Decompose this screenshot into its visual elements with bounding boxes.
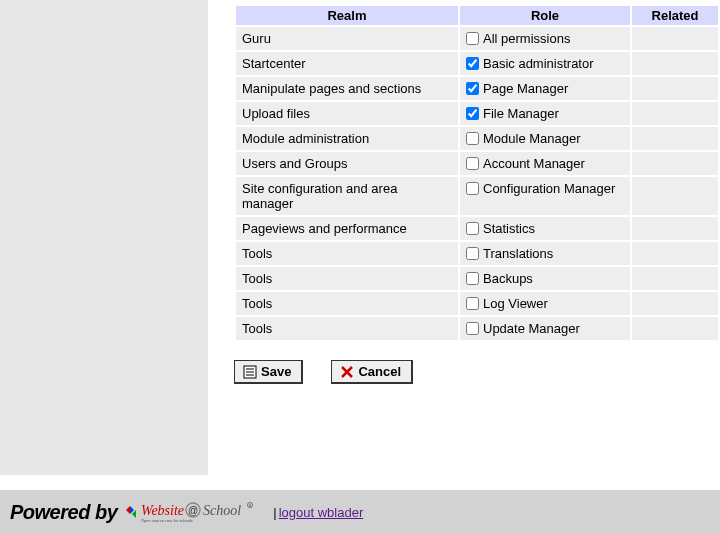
cancel-label: Cancel (358, 364, 401, 379)
related-cell (632, 52, 718, 75)
related-cell (632, 317, 718, 340)
realm-cell: Tools (236, 242, 458, 265)
header-realm: Realm (236, 6, 458, 25)
role-cell: Basic administrator (460, 52, 630, 75)
role-checkbox[interactable] (466, 157, 479, 170)
role-label: Backups (483, 271, 533, 286)
role-cell: Update Manager (460, 317, 630, 340)
role-label: Statistics (483, 221, 535, 236)
related-cell (632, 102, 718, 125)
role-checkbox[interactable] (466, 132, 479, 145)
role-checkbox[interactable] (466, 247, 479, 260)
cancel-icon (340, 365, 354, 379)
table-row: GuruAll permissions (236, 27, 718, 50)
role-cell: All permissions (460, 27, 630, 50)
role-checkbox[interactable] (466, 107, 479, 120)
role-cell: Translations (460, 242, 630, 265)
table-row: ToolsTranslations (236, 242, 718, 265)
save-button[interactable]: Save (234, 360, 303, 384)
related-cell (632, 77, 718, 100)
related-cell (632, 27, 718, 50)
role-label: File Manager (483, 106, 559, 121)
footer: Powered by Website @ School R Open sourc… (0, 490, 720, 534)
table-row: Module administrationModule Manager (236, 127, 718, 150)
realm-cell: Users and Groups (236, 152, 458, 175)
related-cell (632, 217, 718, 240)
role-cell: Statistics (460, 217, 630, 240)
logout-link[interactable]: logout wblader (279, 505, 364, 520)
role-label: Log Viewer (483, 296, 548, 311)
role-label: All permissions (483, 31, 570, 46)
role-checkbox[interactable] (466, 222, 479, 235)
realm-cell: Tools (236, 292, 458, 315)
related-cell (632, 152, 718, 175)
related-cell (632, 177, 718, 215)
svg-text:School: School (203, 503, 241, 518)
realm-cell: Manipulate pages and sections (236, 77, 458, 100)
role-checkbox[interactable] (466, 297, 479, 310)
role-cell: Account Manager (460, 152, 630, 175)
role-checkbox[interactable] (466, 182, 479, 195)
role-cell: File Manager (460, 102, 630, 125)
save-label: Save (261, 364, 291, 379)
svg-text:Open source cms for schools: Open source cms for schools (141, 518, 193, 523)
role-label: Module Manager (483, 131, 581, 146)
related-cell (632, 292, 718, 315)
realm-cell: Startcenter (236, 52, 458, 75)
role-checkbox[interactable] (466, 272, 479, 285)
table-row: Manipulate pages and sectionsPage Manage… (236, 77, 718, 100)
header-related: Related (632, 6, 718, 25)
permissions-table: Realm Role Related GuruAll permissionsSt… (234, 4, 720, 342)
role-checkbox[interactable] (466, 322, 479, 335)
role-label: Account Manager (483, 156, 585, 171)
role-checkbox[interactable] (466, 57, 479, 70)
role-label: Update Manager (483, 321, 580, 336)
website-at-school-logo: Website @ School R Open source cms for s… (123, 499, 263, 525)
table-row: ToolsUpdate Manager (236, 317, 718, 340)
svg-text:Website: Website (141, 503, 184, 518)
header-role: Role (460, 6, 630, 25)
related-cell (632, 127, 718, 150)
realm-cell: Pageviews and performance (236, 217, 458, 240)
table-row: Users and GroupsAccount Manager (236, 152, 718, 175)
role-cell: Log Viewer (460, 292, 630, 315)
role-checkbox[interactable] (466, 32, 479, 45)
table-row: StartcenterBasic administrator (236, 52, 718, 75)
cancel-button[interactable]: Cancel (331, 360, 413, 384)
table-row: Site configuration and area managerConfi… (236, 177, 718, 215)
role-label: Translations (483, 246, 553, 261)
role-checkbox[interactable] (466, 82, 479, 95)
table-row: Pageviews and performanceStatistics (236, 217, 718, 240)
realm-cell: Module administration (236, 127, 458, 150)
separator: | (273, 505, 276, 520)
role-cell: Backups (460, 267, 630, 290)
role-cell: Module Manager (460, 127, 630, 150)
realm-cell: Upload files (236, 102, 458, 125)
realm-cell: Guru (236, 27, 458, 50)
realm-cell: Tools (236, 267, 458, 290)
table-row: Upload filesFile Manager (236, 102, 718, 125)
realm-cell: Tools (236, 317, 458, 340)
role-label: Basic administrator (483, 56, 594, 71)
role-label: Page Manager (483, 81, 568, 96)
powered-by-label: Powered by (10, 501, 117, 524)
table-row: ToolsBackups (236, 267, 718, 290)
save-icon (243, 365, 257, 379)
role-label: Configuration Manager (483, 181, 615, 196)
realm-cell: Site configuration and area manager (236, 177, 458, 215)
sidebar (0, 0, 208, 475)
table-row: ToolsLog Viewer (236, 292, 718, 315)
role-cell: Configuration Manager (460, 177, 630, 215)
role-cell: Page Manager (460, 77, 630, 100)
related-cell (632, 267, 718, 290)
svg-text:@: @ (188, 505, 198, 516)
related-cell (632, 242, 718, 265)
